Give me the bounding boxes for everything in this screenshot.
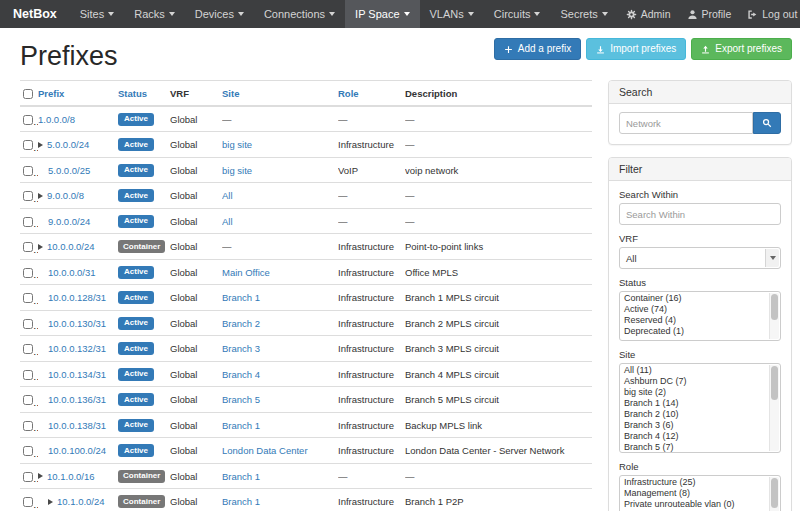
row-checkbox[interactable]: [23, 370, 33, 380]
brand-logo[interactable]: NetBox: [0, 0, 70, 28]
site-link[interactable]: Branch 3: [222, 343, 260, 354]
site-link[interactable]: Branch 1: [222, 292, 260, 303]
admin-link[interactable]: Admin: [618, 0, 679, 28]
column-header-role[interactable]: Role: [338, 88, 359, 99]
site-link[interactable]: Branch 4: [222, 369, 260, 380]
site-link[interactable]: Branch 5: [222, 394, 260, 405]
description-value: —: [405, 190, 415, 201]
vrf-value: Global: [170, 394, 197, 405]
site-link[interactable]: Branch 1: [222, 496, 260, 507]
nav-item-sites[interactable]: Sites: [70, 0, 124, 28]
status-badge: Active: [118, 291, 154, 304]
scrollbar-thumb[interactable]: [771, 478, 778, 508]
site-link[interactable]: Main Office: [222, 267, 270, 278]
listbox-option[interactable]: Container (16): [621, 293, 768, 304]
logout-link[interactable]: Log out: [739, 0, 800, 28]
scrollbar[interactable]: [769, 477, 779, 511]
role-listbox[interactable]: Infrastructure (25)Management (8)Private…: [619, 475, 781, 511]
prefix-link[interactable]: 1.0.0.0/8: [38, 114, 75, 125]
listbox-option[interactable]: Deprecated (1): [621, 326, 768, 337]
prefix-link[interactable]: 5.0.0.0/24: [47, 139, 89, 150]
prefix-cell: 5.0.0.0/24: [38, 139, 110, 150]
nav-item-ip-space[interactable]: IP Space: [345, 0, 419, 28]
listbox-option[interactable]: Branch 2 (10): [621, 409, 768, 420]
prefix-link[interactable]: 10.0.0.132/31: [48, 343, 106, 354]
prefix-link[interactable]: 10.0.0.0/24: [47, 241, 95, 252]
row-checkbox[interactable]: [23, 140, 33, 150]
prefix-link[interactable]: 9.0.0.0/8: [47, 190, 84, 201]
listbox-option[interactable]: Reserved (4): [621, 315, 768, 326]
row-checkbox[interactable]: [23, 421, 33, 431]
vrf-select[interactable]: All: [619, 247, 781, 269]
listbox-option[interactable]: Branch 1 (14): [621, 398, 768, 409]
listbox-option[interactable]: Active (74): [621, 304, 768, 315]
import-prefixes-button[interactable]: Import prefixes: [586, 38, 686, 60]
site-listbox[interactable]: All (11)Ashburn DC (7)big site (2)Branch…: [619, 363, 781, 453]
row-checkbox[interactable]: [23, 446, 33, 456]
site-link[interactable]: Branch 1: [222, 420, 260, 431]
add-prefix-button[interactable]: Add a prefix: [494, 38, 581, 60]
site-link[interactable]: big site: [222, 139, 252, 150]
row-checkbox[interactable]: [23, 268, 33, 278]
site-link[interactable]: All: [222, 216, 233, 227]
listbox-option[interactable]: Branch 3 (6): [621, 420, 768, 431]
nav-item-secrets[interactable]: Secrets: [550, 0, 617, 28]
row-checkbox[interactable]: [23, 191, 33, 201]
table-row: 1.0.0.0/8ActiveGlobal———: [20, 106, 592, 132]
scrollbar[interactable]: [769, 293, 779, 339]
row-checkbox[interactable]: [23, 472, 33, 482]
row-checkbox[interactable]: [23, 293, 33, 303]
column-header-prefix[interactable]: Prefix: [38, 88, 64, 99]
listbox-option[interactable]: Branch 5 (7): [621, 442, 768, 453]
scrollbar-thumb[interactable]: [771, 294, 778, 320]
listbox-option[interactable]: Branch 4 (12): [621, 431, 768, 442]
row-checkbox[interactable]: [23, 319, 33, 329]
select-all-checkbox[interactable]: [23, 89, 33, 99]
prefix-link[interactable]: 9.0.0.0/24: [48, 216, 90, 227]
row-checkbox[interactable]: [23, 344, 33, 354]
row-checkbox[interactable]: [23, 217, 33, 227]
table-row: 10.0.0.134/31ActiveGlobalBranch 4Infrast…: [20, 361, 592, 387]
export-prefixes-button[interactable]: Export prefixes: [691, 38, 792, 60]
scrollbar[interactable]: [769, 365, 779, 451]
prefix-link[interactable]: 5.0.0.0/25: [48, 165, 90, 176]
row-checkbox[interactable]: [23, 497, 33, 507]
row-checkbox[interactable]: [23, 242, 33, 252]
row-checkbox[interactable]: [23, 395, 33, 405]
prefix-link[interactable]: 10.0.0.136/31: [48, 394, 106, 405]
search-button[interactable]: [753, 112, 781, 134]
prefix-link[interactable]: 10.0.0.0/31: [48, 267, 96, 278]
column-header-status[interactable]: Status: [118, 88, 147, 99]
site-link[interactable]: Branch 2: [222, 318, 260, 329]
site-link[interactable]: London Data Center: [222, 445, 308, 456]
listbox-option[interactable]: Management (8): [621, 488, 768, 499]
column-header-site[interactable]: Site: [222, 88, 239, 99]
prefix-link[interactable]: 10.1.0.0/16: [47, 471, 95, 482]
nav-item-devices[interactable]: Devices: [185, 0, 254, 28]
prefix-link[interactable]: 10.0.0.134/31: [48, 369, 106, 380]
site-link[interactable]: All: [222, 190, 233, 201]
search-input[interactable]: [619, 112, 753, 134]
prefix-link[interactable]: 10.0.0.138/31: [48, 420, 106, 431]
prefix-link[interactable]: 10.0.0.130/31: [48, 318, 106, 329]
prefix-link[interactable]: 10.0.0.128/31: [48, 292, 106, 303]
prefix-link[interactable]: 10.1.0.0/24: [57, 496, 105, 507]
listbox-option[interactable]: big site (2): [621, 387, 768, 398]
row-checkbox[interactable]: [23, 115, 33, 125]
nav-item-vlans[interactable]: VLANs: [420, 0, 484, 28]
listbox-option[interactable]: All (11): [621, 365, 768, 376]
nav-item-racks[interactable]: Racks: [124, 0, 185, 28]
listbox-option[interactable]: Private unrouteable vlan (0): [621, 499, 768, 510]
scrollbar-thumb[interactable]: [771, 366, 778, 400]
listbox-option[interactable]: Infrastructure (25): [621, 477, 768, 488]
nav-item-connections[interactable]: Connections: [254, 0, 345, 28]
status-listbox[interactable]: Container (16)Active (74)Reserved (4)Dep…: [619, 291, 781, 341]
search-within-input[interactable]: [619, 203, 781, 225]
nav-item-circuits[interactable]: Circuits: [484, 0, 551, 28]
site-link[interactable]: big site: [222, 165, 252, 176]
profile-link[interactable]: Profile: [679, 0, 740, 28]
row-checkbox[interactable]: [23, 166, 33, 176]
prefix-link[interactable]: 10.0.100.0/24: [48, 445, 106, 456]
listbox-option[interactable]: Ashburn DC (7): [621, 376, 768, 387]
site-link[interactable]: Branch 1: [222, 471, 260, 482]
